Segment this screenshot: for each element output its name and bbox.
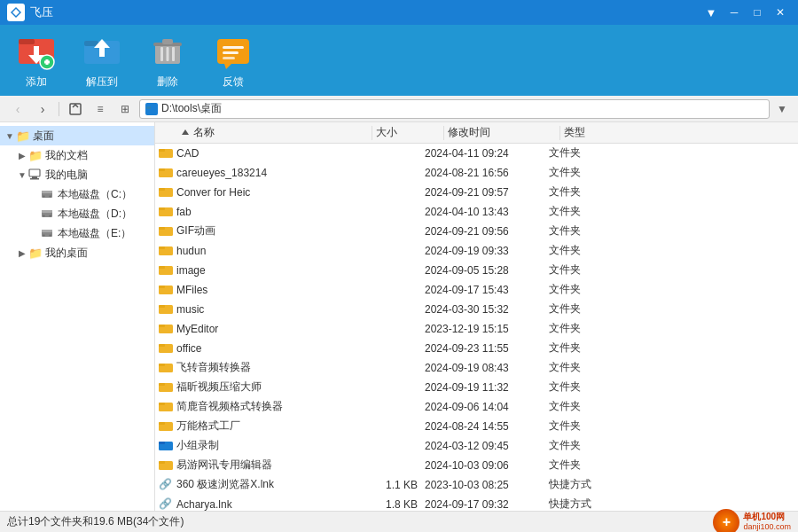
file-icon xyxy=(159,419,173,434)
delete-button[interactable]: 删除 xyxy=(145,32,190,90)
table-row[interactable]: hudun 2024-09-19 09:33 文件夹 xyxy=(155,241,798,261)
path-text: D:\tools\桌面 xyxy=(161,101,222,116)
file-type: 文件夹 xyxy=(549,184,620,200)
feedback-button[interactable]: 反馈 xyxy=(211,32,255,90)
list-view-button[interactable]: ≡ xyxy=(90,98,111,120)
file-name: MyEditor xyxy=(176,323,354,335)
svg-rect-74 xyxy=(159,442,165,444)
file-type: 文件夹 xyxy=(549,360,620,375)
tree-toggle-my-pc[interactable]: ▼ xyxy=(16,168,28,181)
sidebar-item-drive-e[interactable]: 本地磁盘（E:） xyxy=(0,223,154,243)
table-row[interactable]: music 2024-03-30 15:32 文件夹 xyxy=(155,300,798,319)
file-icon xyxy=(159,380,173,395)
navbar: ‹ › ≡ ⊞ D:\tools\桌面 ▼ xyxy=(0,96,798,122)
path-dropdown-button[interactable]: ▼ xyxy=(773,99,791,119)
file-name: Conver for Heic xyxy=(176,186,354,199)
file-name: music xyxy=(176,303,354,316)
svg-rect-62 xyxy=(159,325,165,327)
file-type: 文件夹 xyxy=(549,321,620,336)
table-row[interactable]: careueyes_183214 2024-08-21 16:56 文件夹 xyxy=(155,163,798,183)
svg-rect-16 xyxy=(160,47,163,61)
file-type: 文件夹 xyxy=(549,399,620,414)
table-row[interactable]: GIF动画 2024-09-21 09:56 文件夹 xyxy=(155,222,798,241)
extract-icon xyxy=(82,32,121,71)
tree-toggle-my-docs[interactable]: ▶ xyxy=(16,149,28,161)
sidebar-item-my-pc[interactable]: ▼ 我的电脑 xyxy=(0,165,154,184)
forward-button[interactable]: › xyxy=(32,98,53,120)
grid-view-button[interactable]: ⊞ xyxy=(114,98,136,120)
file-date: 2024-09-19 11:32 xyxy=(425,381,549,394)
table-row[interactable]: fab 2024-04-10 13:43 文件夹 xyxy=(155,202,798,222)
my-docs-folder-icon: 📁 xyxy=(28,149,43,161)
watermark-domain: danji100.com xyxy=(743,522,791,532)
statusbar-text: 总计19个文件夹和19.6 MB(34个文件) xyxy=(7,514,184,529)
col-header-type[interactable]: 类型 xyxy=(560,122,589,143)
file-list-header: 名称 大小 修改时间 类型 xyxy=(155,122,798,144)
file-icon xyxy=(159,458,173,473)
table-row[interactable]: 🔗 Acharya.lnk 1.8 KB 2024-09-17 09:32 快捷… xyxy=(155,495,798,511)
table-row[interactable]: 福昕视频压缩大师 2024-09-19 11:32 文件夹 xyxy=(155,378,798,397)
back-button[interactable]: ‹ xyxy=(7,98,28,120)
feedback-label: 反馈 xyxy=(223,74,244,90)
sidebar-item-my-desktop[interactable]: ▶ 📁 我的桌面 xyxy=(0,243,154,262)
file-date: 2024-09-17 15:43 xyxy=(425,284,549,296)
svg-rect-68 xyxy=(159,383,165,386)
svg-rect-8 xyxy=(46,59,49,65)
svg-point-37 xyxy=(50,215,51,217)
file-icon xyxy=(159,361,173,375)
file-type: 文件夹 xyxy=(549,282,620,297)
col-type-label: 类型 xyxy=(564,125,585,140)
svg-rect-26 xyxy=(146,106,151,109)
sidebar-item-drive-c[interactable]: 本地磁盘（C:） xyxy=(0,184,154,204)
maximize-button[interactable]: □ xyxy=(747,3,768,22)
file-type: 快捷方式 xyxy=(549,497,620,511)
svg-rect-18 xyxy=(172,47,175,61)
svg-point-32 xyxy=(43,196,45,198)
sidebar-item-desktop[interactable]: ▼ 📁 桌面 xyxy=(0,126,154,145)
file-icon xyxy=(159,283,173,297)
table-row[interactable]: 🔗 360 极速浏览器X.lnk 1.1 KB 2023-10-03 08:25… xyxy=(155,475,798,495)
table-row[interactable]: office 2024-09-23 11:55 文件夹 xyxy=(155,339,798,358)
file-list-scroll[interactable]: CAD 2024-04-11 09:24 文件夹 careueyes_18321… xyxy=(155,144,798,511)
extract-button[interactable]: 解压到 xyxy=(80,32,124,90)
feedback-icon xyxy=(214,32,253,71)
path-bar[interactable]: D:\tools\桌面 xyxy=(139,99,770,119)
col-header-date[interactable]: 修改时间 xyxy=(444,122,559,143)
table-row[interactable]: Conver for Heic 2024-09-21 09:57 文件夹 xyxy=(155,183,798,202)
wifi-icon: ▼ xyxy=(700,3,722,22)
table-row[interactable]: 易游网讯专用编辑器 2024-10-03 09:06 文件夹 xyxy=(155,456,798,475)
col-header-size[interactable]: 大小 xyxy=(372,122,443,143)
table-row[interactable]: 小组录制 2024-03-12 09:45 文件夹 xyxy=(155,436,798,456)
table-row[interactable]: image 2024-09-05 15:28 文件夹 xyxy=(155,261,798,280)
add-button[interactable]: 添加 xyxy=(14,32,59,90)
table-row[interactable]: 飞转音频转换器 2024-09-19 08:43 文件夹 xyxy=(155,358,798,378)
file-type: 文件夹 xyxy=(549,458,620,473)
tree-toggle-my-desktop[interactable]: ▶ xyxy=(16,246,28,259)
sidebar-item-drive-d[interactable]: 本地磁盘（D:） xyxy=(0,204,154,223)
sidebar-item-my-docs[interactable]: ▶ 📁 我的文档 xyxy=(0,145,154,165)
file-type: 文件夹 xyxy=(549,145,620,160)
file-date: 2024-09-19 09:33 xyxy=(425,245,549,257)
close-button[interactable]: ✕ xyxy=(770,3,791,22)
table-row[interactable]: CAD 2024-04-11 09:24 文件夹 xyxy=(155,144,798,163)
file-date: 2024-04-11 09:24 xyxy=(425,147,549,160)
file-name: 飞转音频转换器 xyxy=(176,360,354,375)
col-header-name[interactable]: 名称 xyxy=(176,122,372,143)
up-button[interactable] xyxy=(65,98,86,120)
add-icon xyxy=(17,32,56,71)
tree-toggle-desktop[interactable]: ▼ xyxy=(4,129,16,142)
minimize-button[interactable]: ─ xyxy=(724,3,745,22)
table-row[interactable]: 简鹿音视频格式转换器 2024-09-06 14:04 文件夹 xyxy=(155,397,798,417)
my-pc-icon xyxy=(28,168,43,181)
file-name: 万能格式工厂 xyxy=(176,419,354,434)
table-row[interactable]: MyEditor 2023-12-19 15:15 文件夹 xyxy=(155,319,798,339)
file-type: 文件夹 xyxy=(549,223,620,239)
svg-rect-76 xyxy=(159,461,165,464)
file-name: careueyes_183214 xyxy=(176,167,354,179)
svg-rect-66 xyxy=(159,364,165,366)
svg-point-33 xyxy=(50,196,51,198)
table-row[interactable]: 万能格式工厂 2024-08-24 14:55 文件夹 xyxy=(155,417,798,436)
delete-label: 删除 xyxy=(157,74,178,90)
file-date: 2024-09-23 11:55 xyxy=(425,342,549,355)
table-row[interactable]: MFiles 2024-09-17 15:43 文件夹 xyxy=(155,280,798,300)
